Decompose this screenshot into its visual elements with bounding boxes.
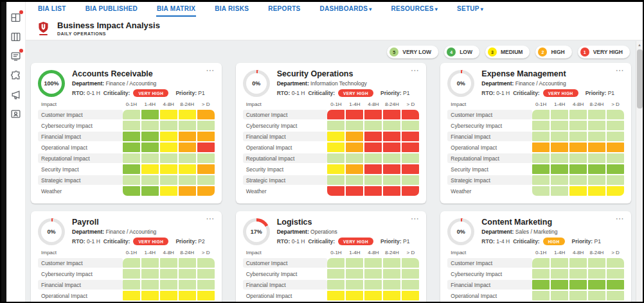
severity-cell-vl[interactable]: [346, 175, 363, 185]
severity-cell-vl[interactable]: [197, 269, 215, 279]
severity-cell-l[interactable]: [532, 164, 550, 174]
severity-cell-vl[interactable]: [402, 153, 419, 163]
severity-cell-vl[interactable]: [569, 291, 587, 300]
severity-cell-vh[interactable]: [197, 143, 215, 152]
tab-reports[interactable]: REPORTS: [267, 2, 301, 17]
scrollbar-thumb[interactable]: [637, 49, 643, 108]
severity-cell-vl[interactable]: [569, 175, 587, 185]
severity-cell-vl[interactable]: [569, 110, 587, 119]
severity-cell-vl[interactable]: [588, 121, 605, 130]
legend-pill-very-low[interactable]: 5VERY LOW: [387, 46, 438, 58]
card-menu-button[interactable]: ⋯: [206, 214, 215, 223]
severity-cell-h[interactable]: [179, 132, 196, 141]
severity-cell-vl[interactable]: [123, 110, 140, 119]
severity-cell-l[interactable]: [551, 280, 568, 290]
severity-cell-vl[interactable]: [551, 132, 568, 141]
severity-cell-m[interactable]: [364, 291, 382, 300]
severity-cell-vl[interactable]: [607, 110, 624, 119]
severity-cell-vl[interactable]: [532, 258, 550, 268]
severity-cell-vl[interactable]: [588, 258, 605, 268]
card-menu-button[interactable]: ⋯: [615, 214, 625, 223]
severity-cell-vl[interactable]: [141, 269, 159, 279]
severity-cell-vl[interactable]: [327, 121, 344, 130]
severity-cell-vl[interactable]: [532, 175, 550, 185]
severity-cell-vh[interactable]: [383, 186, 400, 196]
severity-cell-l[interactable]: [141, 186, 159, 196]
vertical-scrollbar[interactable]: ▲: [636, 41, 643, 302]
severity-cell-vl[interactable]: [364, 269, 382, 279]
severity-cell-m[interactable]: [160, 143, 177, 152]
severity-cell-vl[interactable]: [197, 175, 215, 185]
severity-cell-h[interactable]: [569, 143, 587, 152]
severity-cell-vl[interactable]: [383, 258, 400, 268]
severity-cell-vl[interactable]: [532, 291, 550, 300]
severity-cell-vl[interactable]: [383, 280, 400, 290]
severity-cell-m[interactable]: [327, 164, 344, 174]
severity-cell-m[interactable]: [179, 291, 196, 300]
severity-cell-vh[interactable]: [402, 132, 419, 141]
severity-cell-vh[interactable]: [364, 164, 382, 174]
severity-cell-vh[interactable]: [364, 110, 382, 119]
severity-cell-vl[interactable]: [160, 258, 177, 268]
card-menu-button[interactable]: ⋯: [615, 65, 625, 75]
severity-cell-vl[interactable]: [551, 110, 568, 119]
severity-cell-vl[interactable]: [607, 269, 624, 279]
severity-cell-vl[interactable]: [123, 121, 140, 130]
severity-cell-vl[interactable]: [383, 269, 400, 279]
severity-cell-l[interactable]: [551, 164, 568, 174]
severity-cell-vl[interactable]: [532, 110, 550, 119]
contact-card-icon[interactable]: [10, 108, 21, 119]
severity-cell-m[interactable]: [327, 132, 344, 141]
severity-cell-vl[interactable]: [551, 186, 568, 196]
severity-cell-vl[interactable]: [197, 280, 215, 290]
severity-cell-h[interactable]: [607, 143, 624, 152]
severity-cell-vl[interactable]: [569, 132, 587, 141]
severity-cell-h[interactable]: [588, 143, 605, 152]
severity-cell-vl[interactable]: [327, 175, 344, 185]
severity-cell-vl[interactable]: [123, 175, 140, 185]
severity-cell-vl[interactable]: [551, 269, 568, 279]
card-menu-button[interactable]: ⋯: [411, 214, 420, 223]
severity-cell-vl[interactable]: [123, 269, 140, 279]
severity-cell-vl[interactable]: [551, 175, 568, 185]
severity-cell-vl[interactable]: [160, 121, 177, 130]
severity-cell-l[interactable]: [607, 280, 624, 290]
severity-cell-vl[interactable]: [364, 153, 382, 163]
severity-cell-vl[interactable]: [346, 153, 363, 163]
severity-cell-vl[interactable]: [383, 153, 400, 163]
severity-cell-vl[interactable]: [607, 175, 624, 185]
severity-cell-vl[interactable]: [160, 175, 177, 185]
severity-cell-vl[interactable]: [141, 153, 159, 163]
tab-bia-risks[interactable]: BIA RISKS: [214, 2, 249, 17]
severity-cell-h[interactable]: [197, 164, 215, 174]
severity-cell-vl[interactable]: [197, 121, 215, 130]
severity-cell-vh[interactable]: [364, 186, 382, 196]
severity-cell-m[interactable]: [179, 164, 196, 174]
severity-cell-m[interactable]: [569, 186, 587, 196]
megaphone-icon[interactable]: [10, 89, 21, 100]
severity-cell-vl[interactable]: [532, 153, 550, 163]
severity-cell-vl[interactable]: [588, 132, 605, 141]
severity-cell-vl[interactable]: [569, 153, 587, 163]
severity-cell-vl[interactable]: [364, 121, 382, 130]
severity-cell-vh[interactable]: [346, 186, 363, 196]
severity-cell-h[interactable]: [179, 186, 196, 196]
tab-setup[interactable]: SETUP▾: [456, 2, 484, 17]
severity-cell-l[interactable]: [141, 143, 159, 152]
legend-pill-very-high[interactable]: 1VERY HIGH: [578, 46, 630, 58]
severity-cell-h[interactable]: [197, 110, 215, 119]
severity-cell-vl[interactable]: [197, 258, 215, 268]
severity-cell-vl[interactable]: [402, 280, 419, 290]
severity-cell-vl[interactable]: [346, 280, 363, 290]
severity-cell-h[interactable]: [532, 143, 550, 152]
severity-cell-vl[interactable]: [123, 258, 140, 268]
severity-cell-l[interactable]: [569, 280, 587, 290]
puzzle-icon[interactable]: [10, 70, 21, 81]
severity-cell-m[interactable]: [588, 186, 605, 196]
severity-cell-vl[interactable]: [346, 121, 363, 130]
severity-cell-vh[interactable]: [402, 110, 419, 119]
severity-cell-vl[interactable]: [141, 258, 159, 268]
severity-cell-m[interactable]: [607, 186, 624, 196]
severity-cell-l[interactable]: [532, 280, 550, 290]
severity-cell-m[interactable]: [160, 132, 177, 141]
